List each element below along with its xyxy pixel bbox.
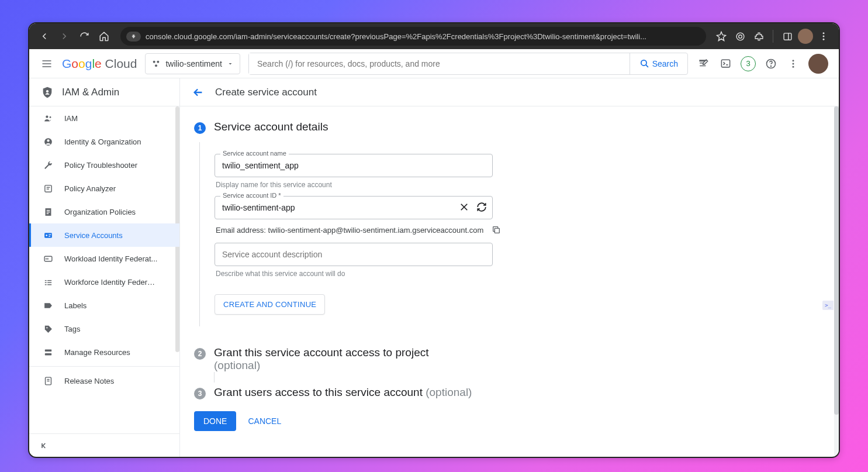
pen-icon[interactable] xyxy=(696,57,710,71)
manage-icon xyxy=(42,347,54,357)
article-icon xyxy=(42,207,54,217)
sidebar-title-row: IAM & Admin xyxy=(29,78,179,106)
extensions-icon[interactable] xyxy=(751,28,767,44)
project-picker[interactable]: twilio-sentiment xyxy=(145,53,240,74)
lens-icon[interactable] xyxy=(732,28,748,44)
more-icon[interactable] xyxy=(786,57,800,71)
svg-point-1 xyxy=(738,35,742,38)
step-1-title: Service account details xyxy=(214,120,328,133)
svg-point-23 xyxy=(49,116,51,118)
step-1-number: 1 xyxy=(194,122,206,134)
step-2-number: 2 xyxy=(194,348,206,360)
done-button[interactable]: DONE xyxy=(194,411,236,431)
notification-badge[interactable]: 3 xyxy=(741,56,756,71)
chevron-down-icon xyxy=(227,60,234,67)
step-3-number: 3 xyxy=(194,388,206,399)
sidebar-item-policy-analyzer[interactable]: Policy Analyzer xyxy=(29,177,179,200)
sa-name-label: Service account name xyxy=(220,150,289,157)
sidebar-item-release-notes[interactable]: Release Notes xyxy=(29,369,179,392)
cancel-button[interactable]: CANCEL xyxy=(248,416,281,426)
svg-rect-32 xyxy=(44,233,52,238)
cloud-shell-icon[interactable] xyxy=(718,57,732,71)
browser-toolbar: console.cloud.google.com/iam-admin/servi… xyxy=(29,23,839,49)
browser-profile-avatar[interactable] xyxy=(798,29,813,44)
clear-icon[interactable] xyxy=(459,202,469,212)
browser-menu-icon[interactable] xyxy=(815,28,832,44)
refresh-icon[interactable] xyxy=(76,28,92,44)
svg-point-12 xyxy=(155,64,157,67)
sidebar: IAM & Admin IAM Identity & Organization … xyxy=(29,78,180,457)
site-info-icon[interactable] xyxy=(126,32,141,42)
account-avatar[interactable] xyxy=(808,54,828,74)
people-icon xyxy=(42,113,54,123)
svg-point-11 xyxy=(157,60,160,63)
search-button[interactable]: Search xyxy=(630,53,687,74)
svg-point-21 xyxy=(46,90,49,92)
svg-rect-44 xyxy=(44,349,51,352)
create-and-continue-button[interactable]: CREATE AND CONTINUE xyxy=(215,294,325,315)
service-account-icon xyxy=(42,230,54,240)
forward-icon[interactable] xyxy=(56,28,72,44)
account-icon xyxy=(42,137,54,147)
main-header: Create service account xyxy=(180,78,839,106)
sidebar-item-workforce-identity[interactable]: Workforce Identity Federa... xyxy=(29,270,179,294)
svg-point-6 xyxy=(823,39,825,40)
sidepanel-icon[interactable] xyxy=(779,28,796,44)
svg-point-18 xyxy=(793,60,794,61)
svg-rect-31 xyxy=(46,213,49,213)
address-bar[interactable]: console.cloud.google.com/iam-admin/servi… xyxy=(120,27,706,46)
svg-rect-29 xyxy=(46,209,50,210)
sa-description-input[interactable] xyxy=(215,243,493,266)
svg-point-10 xyxy=(153,60,155,63)
svg-point-33 xyxy=(46,235,47,236)
shield-icon xyxy=(41,86,54,99)
sidebar-item-workload-identity[interactable]: Workload Identity Federat... xyxy=(29,247,179,270)
regenerate-icon[interactable] xyxy=(476,202,487,212)
collapse-icon xyxy=(40,441,49,450)
google-cloud-logo[interactable]: Google Cloud xyxy=(62,57,137,71)
tag-icon xyxy=(42,324,54,334)
sidebar-item-manage-resources[interactable]: Manage Resources xyxy=(29,340,179,364)
svg-rect-41 xyxy=(44,284,46,285)
page-title: Create service account xyxy=(215,87,317,98)
sa-name-input[interactable] xyxy=(215,154,493,177)
wrench-icon xyxy=(42,160,54,170)
main-content: Create service account 1 Service account… xyxy=(180,78,839,457)
content-scrollbar[interactable] xyxy=(834,106,839,457)
home-icon[interactable] xyxy=(96,28,112,44)
back-button[interactable] xyxy=(192,86,205,99)
bookmark-icon[interactable] xyxy=(713,28,729,44)
sa-name-hint: Display name for this service account xyxy=(216,181,839,189)
search-bar: Search xyxy=(248,53,688,75)
sidebar-item-org-policies[interactable]: Organization Policies xyxy=(29,200,179,223)
menu-icon[interactable] xyxy=(40,57,54,71)
sidebar-collapse[interactable] xyxy=(29,433,179,457)
sa-description-hint: Describe what this service account will … xyxy=(216,270,839,278)
search-input[interactable] xyxy=(249,53,630,74)
svg-point-13 xyxy=(641,60,646,66)
sidebar-item-tags[interactable]: Tags xyxy=(29,317,179,340)
sidebar-item-policy-troubleshooter[interactable]: Policy Troubleshooter xyxy=(29,153,179,177)
back-icon[interactable] xyxy=(36,28,53,44)
svg-rect-38 xyxy=(47,280,51,280)
svg-line-14 xyxy=(646,65,648,67)
sidebar-item-identity[interactable]: Identity & Organization xyxy=(29,130,179,153)
label-icon xyxy=(42,301,54,311)
workforce-icon xyxy=(42,277,54,287)
svg-rect-45 xyxy=(44,353,51,355)
sidebar-item-labels[interactable]: Labels xyxy=(29,294,179,317)
svg-rect-37 xyxy=(44,280,46,280)
svg-point-19 xyxy=(793,63,794,64)
svg-point-25 xyxy=(47,139,49,142)
help-icon[interactable] xyxy=(764,57,778,71)
svg-rect-42 xyxy=(47,284,51,285)
svg-rect-51 xyxy=(495,228,500,233)
copy-icon[interactable] xyxy=(492,225,501,235)
sidebar-item-iam[interactable]: IAM xyxy=(29,106,179,130)
cloud-shell-toggle[interactable]: >_ xyxy=(822,301,834,310)
svg-rect-15 xyxy=(721,60,729,67)
step-2-title: Grant this service account access to pro… xyxy=(214,346,429,372)
analyzer-icon xyxy=(42,184,54,194)
sa-id-input[interactable] xyxy=(215,196,493,219)
sidebar-item-service-accounts[interactable]: Service Accounts xyxy=(29,223,179,247)
